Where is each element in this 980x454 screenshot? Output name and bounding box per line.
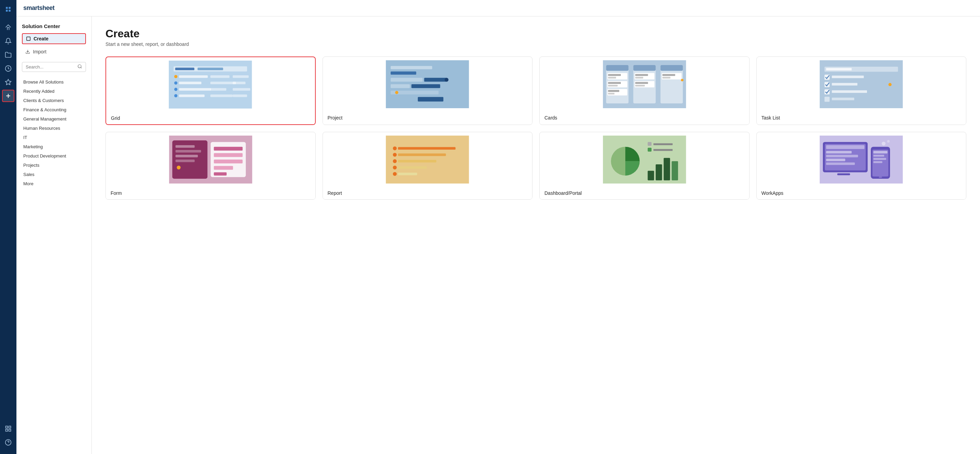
svg-rect-116	[663, 158, 670, 180]
svg-point-108	[393, 166, 396, 169]
svg-rect-129	[826, 162, 855, 165]
sidebar-item-hr[interactable]: Human Resources	[22, 124, 86, 133]
card-form[interactable]: Form	[105, 132, 316, 200]
sidebar-item-recently-added[interactable]: Recently Added	[22, 87, 86, 96]
svg-rect-98	[214, 159, 242, 163]
svg-rect-67	[635, 77, 643, 79]
svg-rect-57	[608, 77, 616, 79]
card-image-cards	[540, 57, 749, 112]
svg-rect-32	[179, 88, 211, 91]
svg-rect-115	[655, 164, 662, 180]
sidebar-item-general[interactable]: General Management	[22, 114, 86, 124]
svg-rect-21	[175, 68, 194, 70]
page-title: Create	[105, 27, 966, 40]
svg-line-18	[81, 67, 82, 68]
svg-rect-2	[9, 7, 11, 9]
svg-rect-63	[633, 65, 655, 71]
svg-point-35	[174, 94, 177, 97]
svg-point-102	[393, 147, 396, 150]
card-cards[interactable]: Cards	[539, 56, 749, 125]
svg-rect-74	[662, 77, 670, 79]
nav-create[interactable]	[2, 90, 14, 102]
nav-favorites[interactable]	[2, 76, 14, 88]
sidebar-item-clients[interactable]: Clients & Customers	[22, 96, 86, 105]
sidebar-item-finance[interactable]: Finance & Accounting	[22, 105, 86, 114]
logo-area	[5, 4, 12, 16]
nav-help[interactable]	[2, 436, 14, 449]
card-image-form	[106, 132, 315, 187]
svg-rect-93	[175, 159, 194, 162]
svg-rect-42	[391, 78, 423, 81]
import-button[interactable]: Import	[22, 47, 86, 56]
svg-rect-90	[175, 145, 194, 148]
svg-rect-66	[635, 74, 648, 76]
card-image-project	[323, 57, 533, 112]
svg-rect-78	[826, 68, 852, 70]
card-image-workapps	[757, 132, 966, 187]
sidebar-item-marketing[interactable]: Marketing	[22, 142, 86, 151]
svg-rect-120	[648, 148, 651, 151]
svg-rect-137	[879, 176, 882, 178]
svg-rect-101	[386, 135, 469, 183]
sidebar-item-product[interactable]: Product Development	[22, 151, 86, 161]
card-image-grid	[106, 57, 315, 112]
nav-notifications[interactable]	[2, 35, 14, 47]
create-button[interactable]: Create	[22, 33, 86, 44]
sidebar-nav: Browse All SolutionsRecently AddedClient…	[22, 77, 86, 188]
svg-rect-46	[412, 84, 440, 88]
svg-rect-56	[608, 74, 620, 76]
svg-rect-25	[211, 75, 230, 78]
sidebar-item-more[interactable]: More	[22, 179, 86, 188]
create-label: Create	[33, 36, 49, 41]
sidebar-item-it[interactable]: IT	[22, 133, 86, 142]
card-label-project: Project	[323, 112, 533, 124]
svg-rect-128	[826, 159, 845, 161]
svg-marker-6	[5, 80, 11, 85]
nav-apps[interactable]	[2, 422, 14, 435]
nav-rail	[0, 0, 16, 454]
svg-rect-0	[5, 5, 12, 13]
smartsheet-logo: smartsheet	[23, 5, 54, 12]
cards-grid: Grid Project	[105, 56, 966, 200]
card-label-report: Report	[323, 187, 533, 199]
svg-rect-12	[9, 429, 11, 432]
svg-point-75	[681, 79, 683, 81]
svg-rect-134	[873, 155, 885, 157]
svg-rect-105	[398, 153, 446, 156]
svg-rect-126	[826, 151, 852, 153]
svg-point-110	[393, 172, 396, 176]
nav-recents[interactable]	[2, 62, 14, 75]
svg-rect-30	[233, 82, 245, 84]
sidebar-item-projects[interactable]: Projects	[22, 161, 86, 170]
svg-rect-109	[398, 166, 426, 169]
card-workapps[interactable]: WorkApps	[756, 132, 967, 200]
nav-home[interactable]	[2, 21, 14, 33]
card-dashboard[interactable]: Dashboard/Portal	[539, 132, 749, 200]
nav-browse[interactable]	[2, 49, 14, 61]
card-report[interactable]: Report	[323, 132, 533, 200]
svg-rect-29	[211, 82, 236, 84]
svg-rect-9	[6, 426, 8, 429]
svg-rect-11	[6, 429, 8, 432]
card-label-tasklist: Task List	[757, 112, 966, 124]
search-input[interactable]	[26, 64, 77, 70]
sidebar-item-sales[interactable]: Sales	[22, 170, 86, 179]
svg-rect-58	[608, 82, 620, 84]
top-bar: smartsheet	[16, 0, 980, 16]
svg-rect-125	[826, 145, 865, 149]
svg-rect-4	[9, 10, 11, 12]
svg-rect-114	[648, 171, 654, 180]
card-label-workapps: WorkApps	[757, 187, 966, 199]
svg-rect-52	[606, 65, 628, 71]
svg-rect-107	[398, 160, 436, 162]
card-tasklist[interactable]: Task List	[756, 56, 967, 125]
svg-rect-87	[832, 97, 854, 100]
sidebar-item-browse-all[interactable]: Browse All Solutions	[22, 77, 86, 87]
svg-rect-136	[873, 161, 882, 163]
card-grid[interactable]: Grid	[105, 56, 316, 125]
svg-point-94	[177, 166, 180, 169]
card-label-form: Form	[106, 187, 315, 199]
svg-point-27	[174, 81, 177, 84]
svg-rect-97	[214, 153, 242, 157]
card-project[interactable]: Project	[323, 56, 533, 125]
